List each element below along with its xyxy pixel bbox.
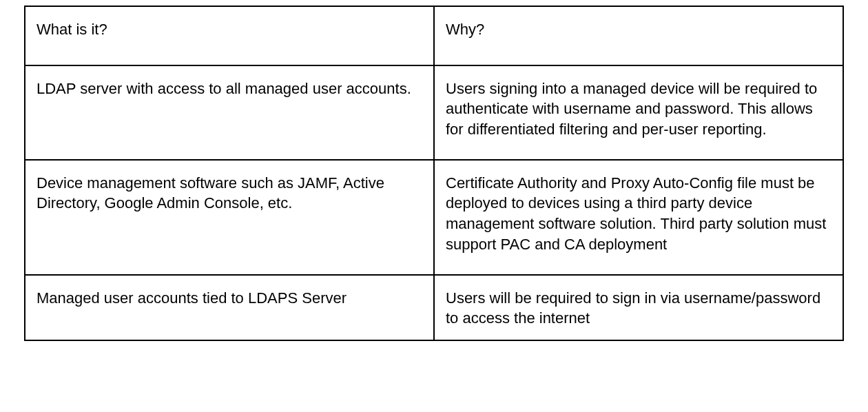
requirements-table: What is it? Why? LDAP server with access… — [24, 6, 844, 341]
cell-what: Managed user accounts tied to LDAPS Serv… — [25, 275, 434, 340]
table-row: LDAP server with access to all managed u… — [25, 65, 843, 160]
cell-why: Users signing into a managed device will… — [434, 65, 843, 160]
cell-why: Certificate Authority and Proxy Auto-Con… — [434, 160, 843, 275]
table-row: Device management software such as JAMF,… — [25, 160, 843, 275]
header-what: What is it? — [25, 6, 434, 65]
cell-why: Users will be required to sign in via us… — [434, 275, 843, 340]
cell-what: LDAP server with access to all managed u… — [25, 65, 434, 160]
table-header-row: What is it? Why? — [25, 6, 843, 65]
header-why: Why? — [434, 6, 843, 65]
table-row: Managed user accounts tied to LDAPS Serv… — [25, 275, 843, 340]
cell-what: Device management software such as JAMF,… — [25, 160, 434, 275]
